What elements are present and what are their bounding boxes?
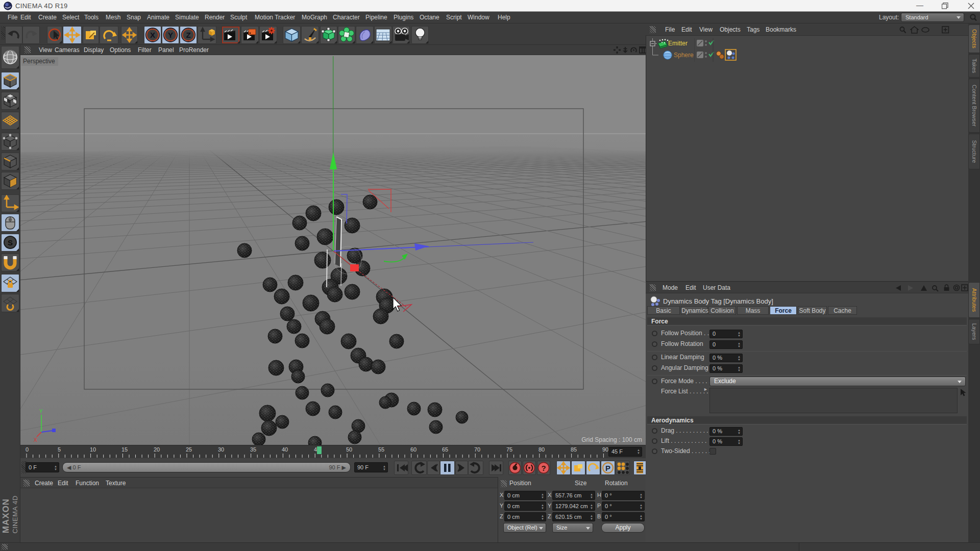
svg-text:Grid Spacing : 100 cm: Grid Spacing : 100 cm (581, 436, 642, 443)
svg-text:Y: Y (168, 31, 173, 39)
svg-text:P: P (605, 464, 610, 472)
svg-text:Z: Z (186, 31, 190, 39)
svg-text:Y: Y (39, 409, 43, 414)
svg-text:X: X (150, 31, 155, 39)
svg-text:S: S (8, 238, 13, 247)
svg-text:?: ? (541, 464, 546, 472)
svg-text:X: X (34, 437, 37, 443)
